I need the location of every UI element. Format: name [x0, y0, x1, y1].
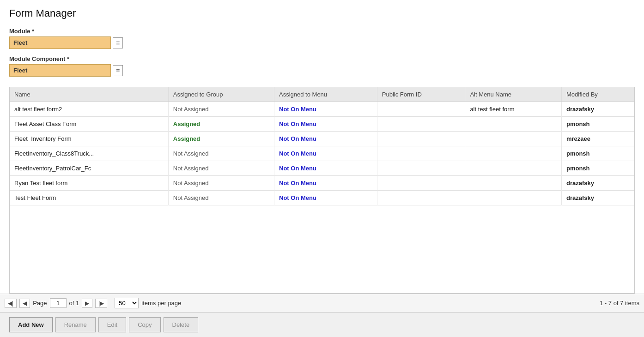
cell-modified-by: pmonsh — [561, 161, 634, 176]
cell-assigned-menu: Not On Menu — [274, 117, 377, 132]
items-count: 1 - 7 of 7 items — [600, 300, 639, 307]
page-title: Form Manager — [9, 7, 635, 19]
forms-table-wrapper: Name Assigned to Group Assigned to Menu … — [9, 87, 635, 294]
table-row[interactable]: Fleet Asset Class Form Assigned Not On M… — [10, 117, 634, 132]
cell-name: Test Fleet Form — [10, 191, 168, 205]
cell-assigned-menu: Not On Menu — [274, 132, 377, 146]
add-new-button[interactable]: Add New — [9, 317, 53, 332]
col-alt-menu-name: Alt Menu Name — [465, 87, 562, 102]
col-name: Name — [10, 87, 168, 102]
cell-alt-menu-name — [465, 191, 562, 205]
col-modified-by: Modified By — [561, 87, 634, 102]
cell-alt-menu-name — [465, 132, 562, 146]
cell-name: Fleet_Inventory Form — [10, 132, 168, 146]
prev-page-btn[interactable]: ◀ — [19, 299, 30, 308]
cell-name: FleetInventory_Class8Truck... — [10, 146, 168, 161]
pagination-bar: ◀| ◀ Page of 1 ▶ |▶ 25 50 100 items per … — [0, 294, 644, 312]
copy-button[interactable]: Copy — [129, 317, 160, 332]
module-label: Module * — [9, 28, 635, 35]
first-page-btn[interactable]: ◀| — [5, 299, 17, 308]
cell-modified-by: drazafsky — [561, 191, 634, 205]
page-number-input[interactable] — [50, 298, 67, 308]
cell-alt-menu-name — [465, 117, 562, 132]
next-page-btn[interactable]: ▶ — [82, 299, 92, 308]
cell-public-form-id — [377, 176, 465, 191]
table-header-row: Name Assigned to Group Assigned to Menu … — [10, 87, 634, 102]
cell-modified-by: drazafsky — [561, 102, 634, 117]
module-component-label: Module Component * — [9, 55, 635, 62]
cell-alt-menu-name: alt test fleet form — [465, 102, 562, 117]
cell-alt-menu-name — [465, 161, 562, 176]
col-assigned-menu: Assigned to Menu — [274, 87, 377, 102]
cell-assigned-menu: Not On Menu — [274, 161, 377, 176]
col-assigned-group: Assigned to Group — [168, 87, 274, 102]
bottom-toolbar: Add New Rename Edit Copy Delete — [0, 312, 644, 337]
module-component-hamburger-btn[interactable]: ≡ — [113, 65, 123, 76]
delete-button[interactable]: Delete — [164, 317, 199, 332]
cell-assigned-group: Not Assigned — [168, 191, 274, 205]
module-hamburger-btn[interactable]: ≡ — [113, 37, 123, 48]
cell-public-form-id — [377, 117, 465, 132]
module-component-field-group: Module Component * ≡ — [9, 55, 635, 77]
cell-assigned-menu: Not On Menu — [274, 176, 377, 191]
cell-assigned-group: Assigned — [168, 132, 274, 146]
cell-public-form-id — [377, 146, 465, 161]
cell-modified-by: mrezaee — [561, 132, 634, 146]
items-per-page-label: items per page — [141, 300, 181, 307]
cell-name: Ryan Test fleet form — [10, 176, 168, 191]
cell-assigned-group: Not Assigned — [168, 161, 274, 176]
table-row[interactable]: alt test fleet form2 Not Assigned Not On… — [10, 102, 634, 117]
cell-assigned-group: Not Assigned — [168, 176, 274, 191]
cell-modified-by: pmonsh — [561, 117, 634, 132]
cell-public-form-id — [377, 102, 465, 117]
cell-assigned-menu: Not On Menu — [274, 146, 377, 161]
cell-modified-by: drazafsky — [561, 176, 634, 191]
edit-button[interactable]: Edit — [98, 317, 126, 332]
cell-name: alt test fleet form2 — [10, 102, 168, 117]
cell-public-form-id — [377, 132, 465, 146]
per-page-select[interactable]: 25 50 100 — [115, 298, 139, 308]
cell-public-form-id — [377, 161, 465, 176]
module-input[interactable] — [9, 36, 111, 49]
cell-alt-menu-name — [465, 176, 562, 191]
module-field-group: Module * ≡ — [9, 28, 635, 49]
table-row[interactable]: Ryan Test fleet form Not Assigned Not On… — [10, 176, 634, 191]
forms-table: Name Assigned to Group Assigned to Menu … — [10, 87, 634, 205]
cell-name: Fleet Asset Class Form — [10, 117, 168, 132]
col-public-form-id: Public Form ID — [377, 87, 465, 102]
rename-button[interactable]: Rename — [55, 317, 96, 332]
cell-modified-by: pmonsh — [561, 146, 634, 161]
cell-assigned-menu: Not On Menu — [274, 191, 377, 205]
page-of-label: of 1 — [69, 300, 79, 307]
cell-alt-menu-name — [465, 146, 562, 161]
module-component-input[interactable] — [9, 64, 111, 77]
table-row[interactable]: Test Fleet Form Not Assigned Not On Menu… — [10, 191, 634, 205]
table-row[interactable]: FleetInventory_PatrolCar_Fc Not Assigned… — [10, 161, 634, 176]
table-row[interactable]: Fleet_Inventory Form Assigned Not On Men… — [10, 132, 634, 146]
cell-name: FleetInventory_PatrolCar_Fc — [10, 161, 168, 176]
last-page-btn[interactable]: |▶ — [95, 299, 107, 308]
cell-assigned-group: Not Assigned — [168, 102, 274, 117]
cell-assigned-group: Not Assigned — [168, 146, 274, 161]
table-row[interactable]: FleetInventory_Class8Truck... Not Assign… — [10, 146, 634, 161]
cell-assigned-group: Assigned — [168, 117, 274, 132]
cell-public-form-id — [377, 191, 465, 205]
cell-assigned-menu: Not On Menu — [274, 102, 377, 117]
page-label: Page — [33, 300, 47, 307]
table-body: alt test fleet form2 Not Assigned Not On… — [10, 102, 634, 205]
